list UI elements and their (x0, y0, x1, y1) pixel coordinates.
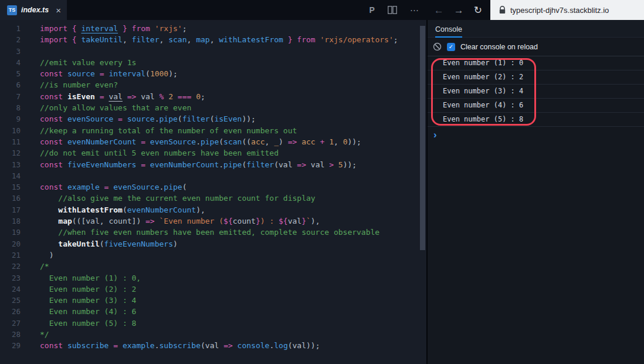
code-line-text: //also give me the current even number c… (40, 193, 316, 204)
console-toolbar: ✓ Clear console on reload (428, 38, 644, 56)
code-line[interactable]: 1import { interval } from 'rxjs'; (0, 23, 426, 34)
line-number: 1 (0, 23, 21, 34)
code-line[interactable]: 13const fiveEvenNumbers = evenNumberCoun… (0, 159, 426, 170)
tab-close-icon[interactable]: × (56, 6, 61, 15)
line-number: 10 (0, 125, 21, 136)
address-bar[interactable]: typescript-djhv7s.stackblitz.io (490, 0, 644, 20)
code-line[interactable]: 14 (0, 170, 426, 181)
back-icon[interactable]: ← (434, 5, 444, 15)
code-line-text: takeUntil(fiveEvenNumbers) (40, 238, 178, 250)
code-line-text: const subscribe = example.subscribe(val … (40, 340, 320, 351)
line-number: 9 (0, 113, 21, 124)
code-line[interactable]: 17 withLatestFrom(evenNumberCount), (0, 204, 426, 215)
window-topbar: TS index.ts × P ⋯ ← → ↻ typescript-djhv7… (0, 0, 644, 20)
line-number: 24 (0, 284, 21, 295)
code-line-text: //when five even numbers have been emitt… (40, 227, 379, 238)
console-header: Console (428, 20, 644, 38)
code-line[interactable]: 27 Even number (5) : 8 (0, 318, 426, 329)
code-line-text: const evenSource = source.pipe(filter(is… (40, 113, 256, 124)
code-line[interactable]: 26 Even number (4) : 6 (0, 306, 426, 317)
console-log-entry[interactable]: Even number (1) : 0 (428, 56, 644, 70)
code-line[interactable]: 8//only allow values that are even (0, 102, 426, 113)
code-line[interactable]: 19 //when five even numbers have been em… (0, 227, 426, 238)
console-log-entry[interactable]: Even number (4) : 6 (428, 99, 644, 113)
main-split: 1import { interval } from 'rxjs';2import… (0, 20, 644, 364)
forward-icon[interactable]: → (454, 5, 464, 15)
code-line[interactable]: 5const source = interval(1000); (0, 68, 426, 79)
code-editor[interactable]: 1import { interval } from 'rxjs';2import… (0, 20, 426, 364)
code-line[interactable]: 16 //also give me the current even numbe… (0, 193, 426, 204)
line-number: 8 (0, 102, 21, 113)
line-number: 22 (0, 261, 21, 272)
code-line[interactable]: 28*/ (0, 329, 426, 340)
code-line-text: //only allow values that are even (40, 102, 191, 113)
tab-filename: index.ts (21, 6, 49, 14)
code-line-text: import { interval } from 'rxjs'; (40, 23, 187, 34)
line-number: 28 (0, 329, 21, 340)
prettier-icon[interactable]: P (369, 6, 374, 14)
code-line[interactable]: 15const example = evenSource.pipe( (0, 181, 426, 193)
code-line[interactable]: 23 Even number (1) : 0, (0, 272, 426, 284)
code-line[interactable]: 18 map(([val, count]) => `Even number ($… (0, 215, 426, 227)
code-line[interactable]: 20 takeUntil(fiveEvenNumbers) (0, 238, 426, 250)
more-options-icon[interactable]: ⋯ (410, 6, 419, 15)
console-prompt[interactable]: › (428, 127, 644, 142)
editor-tab-index-ts[interactable]: TS index.ts × (0, 0, 67, 20)
editor-scrollbar-thumb[interactable] (420, 26, 425, 250)
line-number: 13 (0, 159, 21, 170)
code-line[interactable]: 10//keep a running total of the number o… (0, 125, 426, 136)
code-line[interactable]: 9const evenSource = source.pipe(filter(i… (0, 113, 426, 124)
lock-icon[interactable] (499, 6, 506, 14)
editor-action-icons: P ⋯ (369, 0, 418, 20)
code-line[interactable]: 2import { takeUntil, filter, scan, map, … (0, 34, 426, 45)
tab-console[interactable]: Console (435, 25, 462, 38)
console-log-entry[interactable]: Even number (5) : 8 (428, 113, 644, 127)
code-line[interactable]: 7const isEven = val => val % 2 === 0; (0, 91, 426, 102)
reload-icon[interactable]: ↻ (474, 5, 482, 15)
code-line-text: const source = interval(1000); (40, 68, 178, 79)
preview-nav-icons: ← → ↻ (434, 0, 482, 20)
code-line-text: const fiveEvenNumbers = evenNumberCount.… (40, 159, 357, 170)
line-number: 14 (0, 170, 21, 181)
clear-console-icon[interactable] (433, 42, 442, 51)
line-number: 3 (0, 46, 21, 57)
code-lines: 1import { interval } from 'rxjs';2import… (0, 20, 426, 352)
line-number: 6 (0, 79, 21, 90)
editor-scrollbar[interactable] (420, 20, 425, 364)
console-log-entry[interactable]: Even number (3) : 4 (428, 85, 644, 99)
line-number: 23 (0, 272, 21, 284)
line-number: 19 (0, 227, 21, 238)
clear-on-reload-label[interactable]: Clear console on reload (460, 43, 538, 51)
line-number: 25 (0, 295, 21, 306)
code-line[interactable]: 3 (0, 46, 426, 57)
code-line-text: Even number (3) : 4 (40, 295, 136, 306)
code-line-text: const evenNumberCount = evenSource.pipe(… (40, 136, 361, 147)
code-line-text: import { takeUntil, filter, scan, map, w… (40, 34, 398, 45)
code-line[interactable]: 6//is number even? (0, 79, 426, 90)
line-number: 18 (0, 215, 21, 227)
code-line[interactable]: 25 Even number (3) : 4 (0, 295, 426, 306)
code-line-text: withLatestFrom(evenNumberCount), (40, 204, 205, 215)
code-line[interactable]: 4//emit value every 1s (0, 57, 426, 68)
clear-on-reload-checkbox[interactable]: ✓ (447, 43, 455, 51)
topbar-spacer (67, 0, 369, 20)
split-editor-icon[interactable] (388, 6, 397, 14)
line-number: 12 (0, 147, 21, 159)
code-line-text: //emit value every 1s (40, 57, 136, 68)
code-line-text: const example = evenSource.pipe( (40, 181, 187, 193)
code-line-text: //is number even? (40, 79, 118, 90)
console-log-entry[interactable]: Even number (2) : 2 (428, 70, 644, 85)
console-panel: Console ✓ Clear console on reload Even n… (426, 20, 644, 364)
code-line[interactable]: 22/* (0, 261, 426, 272)
code-line-text: */ (40, 329, 49, 340)
line-number: 4 (0, 57, 21, 68)
code-line[interactable]: 24 Even number (2) : 2 (0, 284, 426, 295)
line-number: 20 (0, 238, 21, 250)
code-line[interactable]: 21 ) (0, 250, 426, 261)
code-line[interactable]: 11const evenNumberCount = evenSource.pip… (0, 136, 426, 147)
code-line-text: Even number (2) : 2 (40, 284, 136, 295)
line-number: 17 (0, 204, 21, 215)
code-line[interactable]: 29const subscribe = example.subscribe(va… (0, 340, 426, 351)
code-line[interactable]: 12//do not emit until 5 even numbers hav… (0, 147, 426, 159)
line-number: 5 (0, 68, 21, 79)
